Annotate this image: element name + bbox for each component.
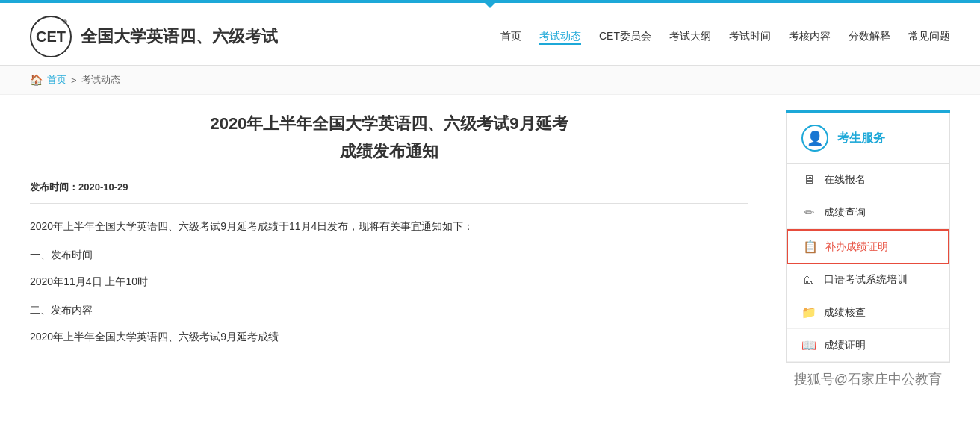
nav-item-faq[interactable]: 常见问题 xyxy=(908,30,950,43)
article-title-line2: 成绩发布通知 xyxy=(30,137,748,165)
nav-item-score[interactable]: 分数解释 xyxy=(849,30,890,43)
nav-item-syllabus[interactable]: 考试大纲 xyxy=(669,30,711,43)
monitor-icon: 🖥 xyxy=(801,173,816,187)
nav-link-score[interactable]: 分数解释 xyxy=(849,30,890,42)
sidebar-label-cert-supplement: 补办成绩证明 xyxy=(825,240,888,254)
edit-icon: ✏ xyxy=(801,205,816,219)
service-title-text: 考生服务 xyxy=(837,131,885,146)
breadcrumb-current: 考试动态 xyxy=(81,73,120,87)
breadcrumb-separator: > xyxy=(71,75,77,86)
breadcrumb-home-link[interactable]: 首页 xyxy=(47,73,66,87)
nav-link-home[interactable]: 首页 xyxy=(500,30,521,42)
nav-link-syllabus[interactable]: 考试大纲 xyxy=(669,30,711,42)
nav-item-home[interactable]: 首页 xyxy=(500,30,521,43)
sidebar-item-cert-supplement[interactable]: 📋 补办成绩证明 xyxy=(787,229,949,264)
sidebar-label-score-review: 成绩核查 xyxy=(824,306,866,319)
main-nav: 首页 考试动态 CET委员会 考试大纲 考试时间 考核内容 分数解释 常见问题 xyxy=(500,30,950,43)
sidebar-item-oral-training[interactable]: 🗂 口语考试系统培训 xyxy=(787,264,949,296)
section2-title: 二、发布内容 xyxy=(30,299,748,320)
nav-link-faq[interactable]: 常见问题 xyxy=(908,30,950,42)
nav-item-schedule[interactable]: 考试时间 xyxy=(729,30,771,43)
content-area: 2020年上半年全国大学英语四、六级考试9月延考 成绩发布通知 发布时间：202… xyxy=(30,110,763,388)
site-header: CET 全国大学英语四、六级考试 首页 考试动态 CET委员会 考试大纲 考试时… xyxy=(0,8,980,66)
site-title: 全国大学英语四、六级考试 xyxy=(81,25,278,48)
service-icon: 👤 xyxy=(801,125,828,152)
section2-content: 2020年上半年全国大学英语四、六级考试9月延考成绩 xyxy=(30,326,748,347)
publish-label: 发布时间： xyxy=(30,181,78,193)
article-title: 2020年上半年全国大学英语四、六级考试9月延考 成绩发布通知 xyxy=(30,110,748,166)
section1-content: 2020年11月4日 上午10时 xyxy=(30,271,748,292)
nav-menu: 首页 考试动态 CET委员会 考试大纲 考试时间 考核内容 分数解释 常见问题 xyxy=(500,30,950,43)
cet-logo: CET xyxy=(30,16,72,57)
sidebar-item-online-register[interactable]: 🖥 在线报名 xyxy=(787,164,949,196)
watermark-text: 搜狐号@石家庄中公教育 xyxy=(794,372,942,387)
nav-link-content[interactable]: 考核内容 xyxy=(789,30,831,42)
book-icon: 📖 xyxy=(801,338,816,352)
watermark: 搜狐号@石家庄中公教育 xyxy=(786,370,950,388)
publish-time: 发布时间：2020-10-29 xyxy=(30,181,748,204)
main-container: 2020年上半年全国大学英语四、六级考试9月延考 成绩发布通知 发布时间：202… xyxy=(0,95,980,403)
sidebar: 👤 考生服务 🖥 在线报名 ✏ 成绩查询 📋 补办成绩证明 🗂 xyxy=(786,110,950,388)
body-line1: 2020年上半年全国大学英语四、六级考试9月延考成绩于11月4日发布，现将有关事… xyxy=(30,216,748,237)
nav-item-committee[interactable]: CET委员会 xyxy=(599,30,651,43)
sidebar-service-title: 👤 考生服务 xyxy=(787,113,949,164)
clipboard-icon: 📋 xyxy=(803,240,818,254)
person-icon: 👤 xyxy=(807,130,823,146)
section1-title: 一、发布时间 xyxy=(30,244,748,265)
logo-area: CET 全国大学英语四、六级考试 xyxy=(30,16,278,57)
breadcrumb: 🏠 首页 > 考试动态 xyxy=(0,66,980,95)
sidebar-service-box: 👤 考生服务 🖥 在线报名 ✏ 成绩查询 📋 补办成绩证明 🗂 xyxy=(786,113,950,363)
home-icon: 🏠 xyxy=(30,74,43,86)
nav-link-news[interactable]: 考试动态 xyxy=(539,30,581,45)
top-arrow-icon xyxy=(484,2,496,8)
sidebar-item-score-query[interactable]: ✏ 成绩查询 xyxy=(787,196,949,229)
nav-link-committee[interactable]: CET委员会 xyxy=(599,30,651,42)
article-title-line1: 2020年上半年全国大学英语四、六级考试9月延考 xyxy=(30,110,748,137)
top-indicator xyxy=(0,2,980,8)
nav-item-content[interactable]: 考核内容 xyxy=(789,30,831,43)
nav-link-schedule[interactable]: 考试时间 xyxy=(729,30,771,42)
sidebar-label-score-query: 成绩查询 xyxy=(824,206,866,219)
sidebar-label-certificate: 成绩证明 xyxy=(824,339,866,352)
sidebar-label-online-register: 在线报名 xyxy=(824,173,866,187)
sidebar-item-score-review[interactable]: 📁 成绩核查 xyxy=(787,296,949,329)
sidebar-label-oral-training: 口语考试系统培训 xyxy=(824,273,908,287)
article-body: 2020年上半年全国大学英语四、六级考试9月延考成绩于11月4日发布，现将有关事… xyxy=(30,216,748,347)
publish-date: 2020-10-29 xyxy=(78,181,128,193)
nav-item-news[interactable]: 考试动态 xyxy=(539,30,581,43)
sidebar-item-certificate[interactable]: 📖 成绩证明 xyxy=(787,329,949,362)
folder-icon: 🗂 xyxy=(801,273,816,287)
file-icon: 📁 xyxy=(801,305,816,319)
